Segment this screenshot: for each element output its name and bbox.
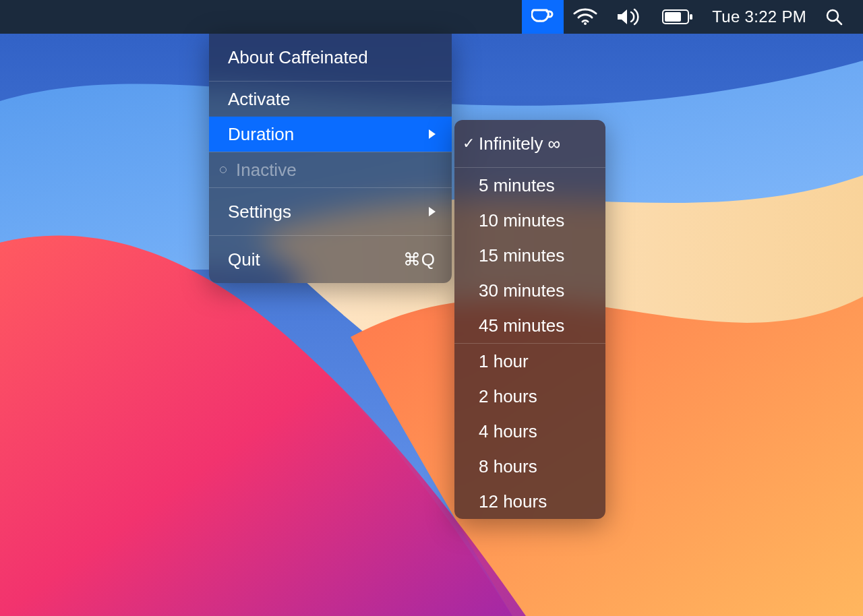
duration-label: 45 minutes <box>479 315 564 336</box>
menu-quit-label: Quit <box>228 249 260 270</box>
duration-15-minutes[interactable]: 15 minutes <box>454 238 605 273</box>
duration-12-hours[interactable]: 12 hours <box>454 484 605 519</box>
svg-line-6 <box>837 20 841 24</box>
battery-icon <box>662 9 693 24</box>
menubar-spotlight[interactable] <box>816 0 852 34</box>
menubar-battery[interactable] <box>653 0 703 34</box>
menu-duration-label: Duration <box>228 124 294 145</box>
menu-settings[interactable]: Settings <box>209 188 452 235</box>
inactive-indicator-icon <box>220 166 227 173</box>
menu-quit[interactable]: Quit ⌘Q <box>209 236 452 283</box>
duration-label: 4 hours <box>479 421 537 442</box>
menu-quit-shortcut: ⌘Q <box>403 249 436 270</box>
menubar-volume[interactable] <box>607 0 653 34</box>
duration-8-hours[interactable]: 8 hours <box>454 449 605 484</box>
menu-about-label: About Caffeinated <box>228 47 368 68</box>
menu-activate-label: Activate <box>228 89 291 110</box>
submenu-arrow-icon <box>427 129 437 140</box>
duration-label: 8 hours <box>479 456 537 477</box>
duration-label: 2 hours <box>479 386 537 407</box>
svg-rect-4 <box>690 14 692 20</box>
duration-45-minutes[interactable]: 45 minutes <box>454 308 605 343</box>
duration-5-minutes[interactable]: 5 minutes <box>454 168 605 203</box>
menu-settings-label: Settings <box>228 202 291 222</box>
duration-30-minutes[interactable]: 30 minutes <box>454 273 605 308</box>
duration-label: 30 minutes <box>479 280 564 301</box>
clock-text: Tue 3:22 PM <box>712 7 806 26</box>
duration-infinite[interactable]: ✓ Infinitely ∞ <box>454 120 605 167</box>
duration-10-minutes[interactable]: 10 minutes <box>454 203 605 238</box>
menubar-wifi[interactable] <box>564 0 607 34</box>
wifi-icon <box>573 8 597 26</box>
duration-label: 12 hours <box>479 491 547 512</box>
duration-submenu: ✓ Infinitely ∞ 5 minutes 10 minutes 15 m… <box>454 120 605 519</box>
checkmark-icon: ✓ <box>458 135 479 152</box>
menubar-app-caffeinated[interactable] <box>522 0 564 34</box>
submenu-arrow-icon <box>427 206 437 217</box>
duration-label: 5 minutes <box>479 175 555 196</box>
duration-1-hour[interactable]: 1 hour <box>454 344 605 379</box>
menubar: Tue 3:22 PM <box>0 0 863 34</box>
duration-2-hours[interactable]: 2 hours <box>454 379 605 414</box>
duration-label: 1 hour <box>479 351 529 372</box>
menu-inactive-status: Inactive <box>209 152 452 187</box>
volume-icon <box>616 7 643 26</box>
menu-activate[interactable]: Activate <box>209 82 452 117</box>
menubar-clock[interactable]: Tue 3:22 PM <box>703 0 816 34</box>
duration-4-hours[interactable]: 4 hours <box>454 414 605 449</box>
duration-label: 10 minutes <box>479 210 564 231</box>
menu-about[interactable]: About Caffeinated <box>209 34 452 81</box>
app-menu: About Caffeinated Activate Duration Inac… <box>209 34 452 283</box>
search-icon <box>825 8 843 26</box>
menu-inactive-label: Inactive <box>236 160 297 181</box>
menu-duration[interactable]: Duration <box>209 117 452 152</box>
duration-label: 15 minutes <box>479 245 564 266</box>
svg-point-1 <box>584 22 587 25</box>
coffee-cup-icon <box>531 7 554 26</box>
duration-infinite-label: Infinitely ∞ <box>479 133 560 154</box>
svg-rect-3 <box>665 12 681 22</box>
